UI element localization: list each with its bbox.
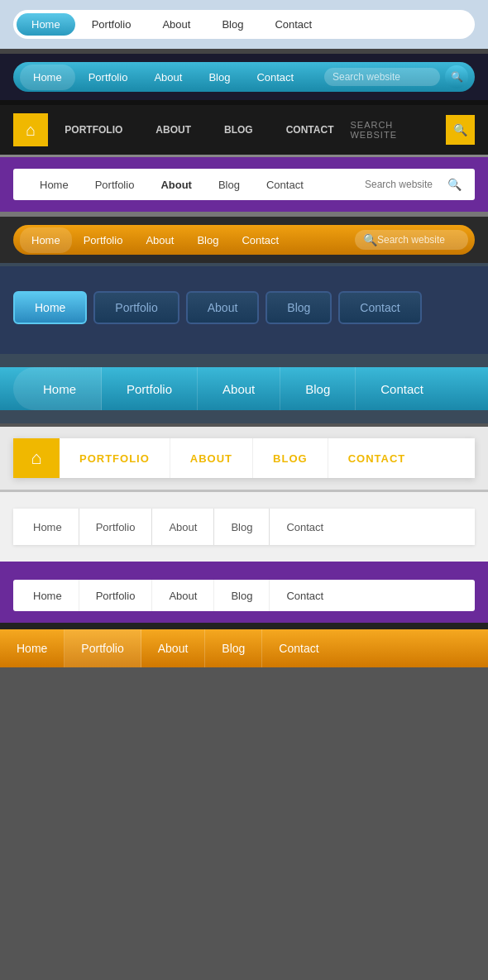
nav3-search-area: SEARCH WEBSITE 🔍 [350, 115, 475, 145]
nav3-about[interactable]: ABOUT [139, 113, 208, 146]
nav3-search-button[interactable]: 🔍 [446, 115, 475, 145]
nav5-search-input[interactable] [377, 234, 460, 246]
nav4-bar: Home Portfolio About Blog Contact 🔍 [13, 169, 475, 200]
nav2-about[interactable]: About [141, 65, 195, 90]
nav10-bar: Home Portfolio About Blog Contact [13, 580, 475, 611]
home-icon: ⌂ [31, 447, 41, 469]
nav11-bar: Home Portfolio About Blog Contact [0, 629, 488, 667]
nav1-about[interactable]: About [147, 13, 205, 36]
nav8-contact[interactable]: CONTACT [328, 438, 426, 478]
nav4-portfolio[interactable]: Portfolio [82, 175, 148, 194]
nav8-bar: ⌂ PORTFOLIO ABOUT BLOG CONTACT [13, 438, 475, 478]
nav5-home[interactable]: Home [20, 227, 72, 253]
nav5-portfolio[interactable]: Portfolio [72, 227, 135, 253]
nav7-bar: Home Portfolio About Blog Contact [0, 367, 488, 410]
nav8-home-button[interactable]: ⌂ [13, 438, 60, 478]
nav9-bar: Home Portfolio About Blog Contact [13, 509, 475, 545]
nav5-about[interactable]: About [134, 227, 185, 253]
nav9-section: Home Portfolio About Blog Contact [0, 492, 488, 562]
nav7-blog[interactable]: Blog [280, 367, 356, 410]
search-icon: 🔍 [451, 71, 463, 83]
nav11-blog[interactable]: Blog [205, 629, 262, 667]
nav4-blog[interactable]: Blog [205, 175, 253, 194]
nav4-search-container: 🔍 [365, 178, 462, 191]
nav5-search-container: 🔍 [355, 230, 468, 250]
nav6-contact[interactable]: Contact [338, 291, 421, 324]
nav1-bar: Home Portfolio About Blog Contact [13, 10, 475, 39]
nav2-search-input[interactable] [333, 71, 432, 83]
nav4-home[interactable]: Home [26, 175, 82, 194]
nav6-blog[interactable]: Blog [266, 291, 332, 324]
nav11-contact[interactable]: Contact [262, 629, 335, 667]
nav8-about[interactable]: ABOUT [170, 438, 253, 478]
nav10-portfolio[interactable]: Portfolio [79, 580, 153, 611]
nav4-search-input[interactable] [365, 179, 447, 190]
nav3-contact[interactable]: CONTACT [270, 113, 351, 146]
nav2-portfolio[interactable]: Portfolio [75, 65, 141, 90]
nav1-portfolio[interactable]: Portfolio [77, 13, 146, 36]
nav5-contact[interactable]: Contact [230, 227, 290, 253]
nav6-bar: Home Portfolio About Blog Contact [13, 291, 475, 324]
nav11-home[interactable]: Home [0, 629, 65, 667]
nav5-bar: Home Portfolio About Blog Contact 🔍 [13, 225, 475, 255]
nav9-about[interactable]: About [152, 509, 214, 545]
nav7-about[interactable]: About [198, 367, 280, 410]
nav2-search-container [324, 68, 440, 86]
nav5-blog[interactable]: Blog [185, 227, 230, 253]
nav3-section: ⌂ PORTFOLIO ABOUT BLOG CONTACT SEARCH WE… [0, 105, 488, 155]
nav11-about[interactable]: About [141, 629, 206, 667]
nav1-section: Home Portfolio About Blog Contact [0, 0, 488, 49]
nav6-home[interactable]: Home [13, 291, 87, 324]
nav7-section: Home Portfolio About Blog Contact [0, 354, 488, 423]
nav9-home[interactable]: Home [13, 509, 79, 545]
search-icon: 🔍 [363, 233, 377, 246]
nav3-portfolio[interactable]: PORTFOLIO [48, 113, 139, 146]
nav9-blog[interactable]: Blog [214, 509, 270, 545]
nav7-contact[interactable]: Contact [356, 367, 448, 410]
nav11-portfolio[interactable]: Portfolio [65, 629, 141, 667]
nav2-contact[interactable]: Contact [243, 65, 307, 90]
nav10-section: Home Portfolio About Blog Contact [0, 568, 488, 623]
nav2-bar: Home Portfolio About Blog Contact 🔍 [13, 62, 475, 92]
nav3-blog[interactable]: BLOG [208, 113, 270, 146]
nav4-about[interactable]: About [147, 175, 205, 194]
nav2-blog[interactable]: Blog [195, 65, 243, 90]
nav3-home-button[interactable]: ⌂ [13, 113, 48, 146]
nav1-blog[interactable]: Blog [207, 13, 258, 36]
nav1-home[interactable]: Home [17, 13, 75, 36]
nav6-section: Home Portfolio About Blog Contact [0, 266, 488, 349]
nav7-portfolio[interactable]: Portfolio [102, 367, 198, 410]
nav4-section: Home Portfolio About Blog Contact 🔍 [0, 157, 488, 212]
nav2-section: Home Portfolio About Blog Contact 🔍 [0, 54, 488, 100]
nav10-blog[interactable]: Blog [214, 580, 270, 611]
home-icon: ⌂ [26, 121, 36, 140]
nav3-search-label: SEARCH WEBSITE [350, 120, 439, 140]
search-icon[interactable]: 🔍 [447, 178, 462, 191]
nav1-contact[interactable]: Contact [260, 13, 327, 36]
nav9-contact[interactable]: Contact [270, 509, 340, 545]
nav10-about[interactable]: About [152, 580, 214, 611]
nav2-home[interactable]: Home [20, 65, 75, 90]
nav8-portfolio[interactable]: PORTFOLIO [60, 438, 170, 478]
nav11-section: Home Portfolio About Blog Contact [0, 629, 488, 667]
nav7-home[interactable]: Home [13, 367, 102, 410]
nav6-portfolio[interactable]: Portfolio [93, 291, 179, 324]
search-icon: 🔍 [453, 123, 467, 136]
nav10-home[interactable]: Home [13, 580, 79, 611]
nav10-contact[interactable]: Contact [270, 580, 340, 611]
nav8-blog[interactable]: BLOG [253, 438, 328, 478]
nav5-section: Home Portfolio About Blog Contact 🔍 [0, 217, 488, 263]
nav9-portfolio[interactable]: Portfolio [79, 509, 153, 545]
nav8-section: ⌂ PORTFOLIO ABOUT BLOG CONTACT [0, 427, 488, 490]
nav2-search-button[interactable]: 🔍 [445, 65, 468, 88]
nav3-bar: ⌂ PORTFOLIO ABOUT BLOG CONTACT SEARCH WE… [13, 113, 475, 146]
nav4-contact[interactable]: Contact [253, 175, 317, 194]
nav6-about[interactable]: About [186, 291, 260, 324]
